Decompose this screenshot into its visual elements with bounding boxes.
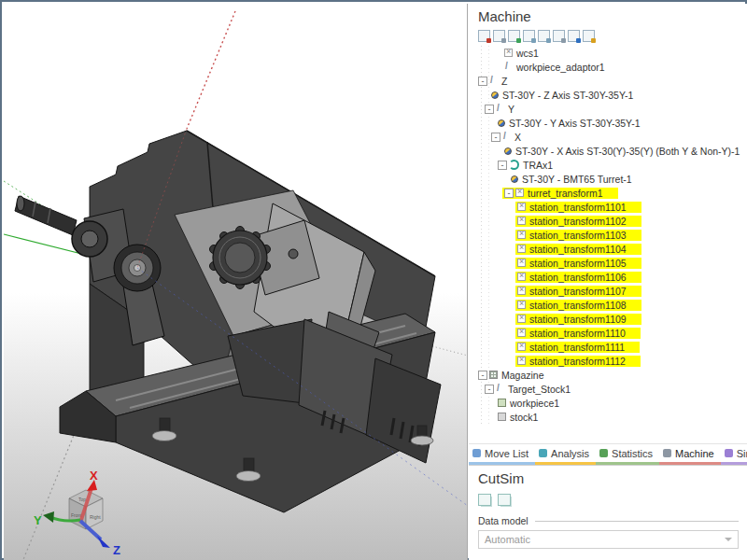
- tree-item-Y[interactable]: -Y: [469, 102, 747, 116]
- import-model-icon[interactable]: [508, 30, 520, 42]
- tree-item-label: turret_transform1: [528, 188, 603, 199]
- machine-3d-viewport[interactable]: Top Front Right X Y Z: [4, 4, 468, 560]
- machine-tree: wcs1workpiece_adaptor1-ZST-30Y - Z Axis …: [469, 46, 747, 424]
- paste-node-icon[interactable]: [538, 30, 550, 42]
- tree-item-ST-30Y - Z Axis ST-30Y-35Y-1[interactable]: ST-30Y - Z Axis ST-30Y-35Y-1: [469, 88, 747, 102]
- y-axis-label: Y: [34, 513, 42, 527]
- tree-item-station_transform1112[interactable]: station_transform1112: [469, 354, 747, 368]
- collapse-icon[interactable]: -: [498, 161, 507, 170]
- tree-item-label: Z: [501, 76, 507, 87]
- rotary-icon: [509, 160, 519, 170]
- tree-item-ST-30Y - X Axis ST-30(Y)-35(Y) (Both Y & Non-Y)-1[interactable]: ST-30Y - X Axis ST-30(Y)-35(Y) (Both Y &…: [469, 144, 747, 158]
- tree-item-station_transform1108[interactable]: station_transform1108: [469, 298, 747, 312]
- tree-item-label: station_transform1108: [529, 300, 627, 311]
- load-machine-icon[interactable]: [478, 30, 490, 42]
- tree-item-ST-30Y - Y Axis ST-30Y-35Y-1[interactable]: ST-30Y - Y Axis ST-30Y-35Y-1: [469, 116, 747, 130]
- tree-item-Target_Stock1[interactable]: -Target_Stock1: [469, 382, 747, 396]
- copy-node-icon[interactable]: [523, 30, 535, 42]
- tree-item-stock1[interactable]: stock1: [469, 410, 747, 424]
- find-node-icon[interactable]: [583, 30, 595, 42]
- transform-icon: [517, 301, 526, 309]
- tree-item-workpiece_adaptor1[interactable]: workpiece_adaptor1: [469, 60, 747, 74]
- tab-label: Statistics: [612, 448, 653, 459]
- tree-item-Z[interactable]: -Z: [469, 74, 747, 88]
- tree-item-station_transform1102[interactable]: station_transform1102: [469, 214, 747, 228]
- transform-icon: [517, 343, 526, 351]
- search-machine-icon[interactable]: [493, 30, 505, 42]
- data-model-dropdown[interactable]: Automatic: [478, 530, 739, 549]
- collapse-icon[interactable]: -: [478, 371, 487, 380]
- collapse-icon[interactable]: -: [485, 385, 494, 394]
- tree-item-station_transform1107[interactable]: station_transform1107: [469, 284, 747, 298]
- data-model-label: Data model: [478, 515, 535, 526]
- tree-item-Magazine[interactable]: -Magazine: [469, 368, 747, 382]
- clone-stock-icon[interactable]: [478, 494, 491, 506]
- tab-statistics[interactable]: Statistics: [596, 444, 659, 465]
- tab-move-list[interactable]: Move List: [469, 444, 535, 465]
- tree-item-label: workpiece1: [510, 398, 559, 409]
- tree-item-label: workpiece_adaptor1: [516, 62, 605, 73]
- tree-item-label: TRAx1: [523, 160, 553, 171]
- tree-item-station_transform1111[interactable]: station_transform1111: [469, 340, 747, 354]
- tree-item-station_transform1101[interactable]: station_transform1101: [469, 200, 747, 214]
- tab-analysis[interactable]: Analysis: [535, 444, 596, 465]
- tree-item-turret_transform1[interactable]: -turret_transform1: [469, 186, 747, 200]
- chevron-down-icon: [725, 538, 732, 541]
- tree-item-label: ST-30Y - Y Axis ST-30Y-35Y-1: [509, 118, 640, 129]
- transform-icon: [517, 203, 526, 211]
- machine-panel: Machine wcs1workpiece_adaptor1-ZST-30Y -…: [469, 4, 747, 560]
- tree-item-wcs1[interactable]: wcs1: [469, 46, 747, 60]
- load-machine-icon-accent: [486, 38, 491, 43]
- slash-icon: [489, 77, 498, 85]
- refresh-tree-icon[interactable]: [553, 30, 565, 42]
- slash-icon: [502, 133, 511, 141]
- tree-item-label: station_transform1106: [529, 272, 627, 283]
- cutsim-toolbar: [469, 488, 747, 506]
- tree-item-label: station_transform1104: [529, 244, 627, 255]
- tree-item-station_transform1109[interactable]: station_transform1109: [469, 312, 747, 326]
- tree-item-station_transform1110[interactable]: station_transform1110: [469, 326, 747, 340]
- tab-label: Simulation: [737, 448, 747, 459]
- slash-icon: [496, 385, 504, 393]
- tree-item-workpiece1[interactable]: workpiece1: [469, 396, 747, 410]
- y-axis-arrowhead: [43, 511, 54, 523]
- stock-icon: [498, 413, 506, 421]
- slash-icon: [496, 105, 504, 113]
- tree-item-label: station_transform1107: [529, 286, 627, 297]
- node-info-icon[interactable]: [568, 30, 580, 42]
- transform-icon: [517, 273, 526, 281]
- tree-item-label: station_transform1110: [529, 328, 626, 339]
- collapse-icon[interactable]: -: [478, 77, 487, 86]
- tree-item-station_transform1105[interactable]: station_transform1105: [469, 256, 747, 270]
- tree-item-station_transform1106[interactable]: station_transform1106: [469, 270, 747, 284]
- tab-machine[interactable]: Machine: [659, 444, 721, 465]
- tree-item-label: station_transform1105: [529, 258, 627, 269]
- transform-icon: [517, 315, 526, 323]
- collapse-icon[interactable]: -: [485, 105, 494, 114]
- tree-item-label: station_transform1112: [529, 356, 626, 367]
- transform-icon: [517, 329, 526, 337]
- cube-face-right-label: Right: [90, 514, 101, 520]
- magazine-icon: [489, 371, 498, 379]
- neg-y-guide-line: [429, 345, 468, 356]
- collapse-icon[interactable]: -: [504, 189, 514, 198]
- clone-settings-icon[interactable]: [498, 494, 511, 506]
- transform-icon: [515, 189, 524, 197]
- tree-item-TRAx1[interactable]: -TRAx1: [469, 158, 747, 172]
- collapse-icon[interactable]: -: [491, 133, 500, 142]
- machine-3d-model[interactable]: Top Front Right X Y Z: [4, 4, 468, 560]
- tree-item-X[interactable]: -X: [469, 130, 747, 144]
- tab-simulation[interactable]: Simulation: [721, 444, 747, 465]
- orientation-triad[interactable]: Top Front Right X Y Z: [34, 469, 120, 557]
- tree-item-ST-30Y - BMT65 Turret-1[interactable]: ST-30Y - BMT65 Turret-1: [469, 172, 747, 186]
- transform-icon: [517, 245, 526, 253]
- tree-item-station_transform1104[interactable]: station_transform1104: [469, 242, 747, 256]
- neg-x-guide-line: [22, 414, 82, 560]
- workpiece-icon: [498, 399, 506, 407]
- tab-machine-icon: [663, 449, 671, 457]
- tree-item-station_transform1103[interactable]: station_transform1103: [469, 228, 747, 242]
- machine-toolbar: [469, 26, 747, 44]
- tree-item-label: X: [514, 132, 521, 143]
- x-axis-guide-line: [187, 11, 235, 129]
- cutsim-panel-title: CutSim: [469, 466, 747, 488]
